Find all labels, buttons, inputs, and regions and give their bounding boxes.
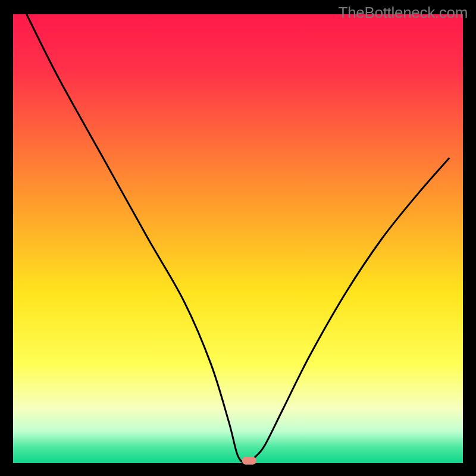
plot-area <box>13 14 463 463</box>
optimal-marker <box>242 457 256 465</box>
chart-svg <box>0 0 476 476</box>
bottleneck-chart: TheBottleneck.com <box>0 0 476 476</box>
watermark-text: TheBottleneck.com <box>339 4 468 22</box>
